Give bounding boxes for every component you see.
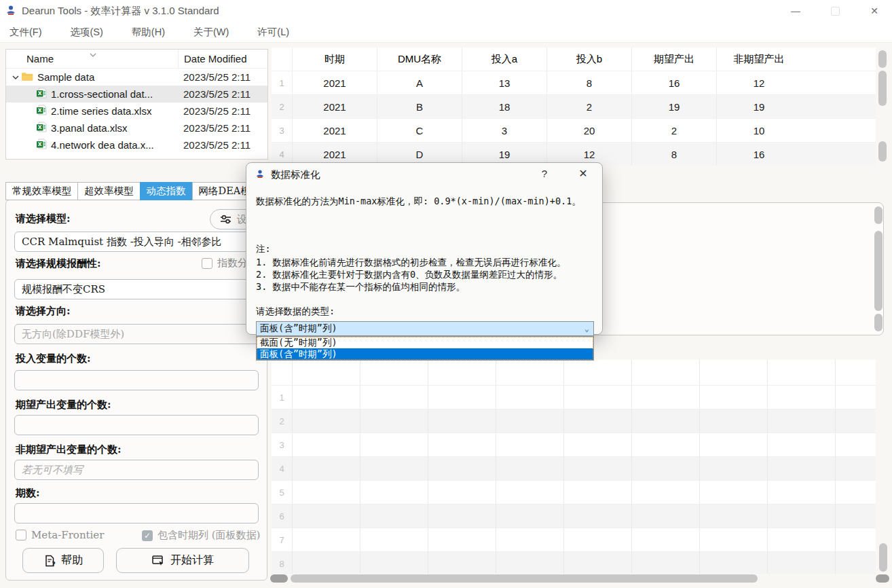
col-header[interactable]: 投入a [462,48,546,71]
model-form-panel: 请选择模型: 设置 CCR Malmquist 指数 -投入导向 -相邻参比 请… [5,200,267,581]
results-row: 8 [272,551,876,574]
tree-row-file[interactable]: X 4.network dea data.x... 2023/5/25 2:11 [6,136,267,153]
file-tree-panel: Name Date Modified Sample data 2023/5/25… [5,49,268,160]
excel-file-icon: X [36,139,47,151]
cell: 19 [716,95,801,118]
periods-label: 期数: [16,487,40,500]
maximize-button[interactable] [820,0,850,22]
data-table-scrollbar-thumb[interactable] [878,141,887,162]
meta-frontier-checkbox-row[interactable]: Meta-Frontier [16,529,104,541]
col-header[interactable]: DMU名称 [377,48,462,71]
log-scrollbar-thumb[interactable] [874,206,882,224]
excel-file-icon: X [36,122,47,134]
tree-row-file[interactable]: X 3.panal data.xlsx 2023/5/25 2:11 [6,120,267,136]
include-period-checkbox-row: ✓ 包含时期列 (面板数据) [142,529,260,542]
minimize-button[interactable]: — [781,0,811,22]
file-date: 2023/5/25 2:11 [178,105,267,117]
window-title: Dearun Tools - 效率计算器 v 3.1.0 Standard [22,5,219,18]
direction-combobox: 无方向(除DDF模型外) [14,324,259,344]
tab-super-efficiency[interactable]: 超效率模型 [77,182,141,200]
scrollbar-right-button[interactable] [876,574,889,583]
dropdown-option-cross-section[interactable]: 截面(无”时期”列) [257,337,593,348]
data-table: 时期 DMU名称 投入a 投入b 期望产出 非期望产出 1 2021 A 13 … [272,48,876,166]
log-scrollbar-thumb[interactable] [874,314,882,331]
data-table-scrollbar-thumb[interactable] [878,71,887,106]
cell: B [377,95,462,118]
data-standardization-dialog: 数据标准化 ? ✕ 数据标准化的方法为Min-max标准化，即: 0.9*(x-… [246,162,603,335]
data-type-combobox[interactable]: 面板(含”时期”列) ⌄ [256,321,594,336]
row-number: 1 [272,71,292,94]
menu-about[interactable]: 关于(W) [184,26,238,39]
tree-row-folder[interactable]: Sample data 2023/5/25 2:11 [6,69,267,86]
results-scrollbar-thumb[interactable] [879,543,887,572]
dialog-help-button[interactable]: ? [535,168,554,183]
file-date: 2023/5/25 2:11 [178,88,267,100]
scrollbar-thumb[interactable] [291,574,758,583]
sort-chevron-icon[interactable] [89,48,97,60]
file-tree-header: Name Date Modified [6,50,267,69]
col-header[interactable]: 非期望产出 [716,48,801,71]
tree-row-file[interactable]: X 2.time series data.xlsx 2023/5/25 2:11 [6,103,267,120]
cell: 2021 [292,119,377,142]
table-row[interactable]: 1 2021 A 13 8 16 12 [272,71,876,94]
column-header-date[interactable]: Date Modified [178,50,267,68]
dialog-note-1: 1. 数据标准化前请先进行数据格式的初步检查，检查无误后再进行标准化。 [256,257,565,269]
dialog-note-3: 3. 数据中不能存在某一个指标的值均相同的情形。 [256,281,465,293]
col-header[interactable]: 期望产出 [631,48,716,71]
menu-bar: 文件(F) 选项(S) 帮助(H) 关于(W) 许可(L) [0,22,892,42]
menu-license[interactable]: 许可(L) [248,26,299,39]
col-header[interactable]: 时期 [292,48,377,71]
scrollbar-left-button[interactable] [270,574,288,583]
dialog-app-icon [255,169,265,181]
undesired-output-field[interactable] [14,460,259,480]
cell: 2 [631,119,716,142]
file-date: 2023/5/25 2:11 [178,122,267,134]
row-number: 5 [272,481,292,504]
cell: 12 [716,71,801,94]
menu-help[interactable]: 帮助(H) [122,26,174,39]
table-row[interactable]: 2 2021 B 18 2 19 19 [272,94,876,118]
row-number: 8 [272,552,292,574]
folder-date: 2023/5/25 2:11 [178,71,267,83]
help-button[interactable]: ? 帮助 [22,548,104,573]
cell: 8 [546,71,631,94]
log-scrollbar-thumb[interactable] [874,231,882,311]
chevron-down-icon[interactable] [12,73,21,81]
menu-options[interactable]: 选项(S) [61,26,113,39]
cell: 16 [631,71,716,94]
svg-text:X: X [38,107,42,113]
tree-row-file[interactable]: X 1.cross-sectional dat... 2023/5/25 2:1… [6,86,267,103]
folder-icon [21,71,33,84]
start-calculation-button[interactable]: 开始计算 [116,548,249,573]
results-row: 5 [272,480,876,504]
file-name: 3.panal data.xlsx [51,122,128,134]
table-row[interactable]: 3 2021 C 3 20 2 10 [272,118,876,142]
meta-frontier-checkbox[interactable] [16,530,26,540]
results-row: 1 [272,385,876,409]
periods-field[interactable] [14,503,259,523]
index-decomp-checkbox[interactable] [202,258,212,269]
cell: 3 [462,119,546,142]
cell: 8 [631,143,716,166]
col-header[interactable]: 投入b [546,48,631,71]
cell: C [377,119,462,142]
dialog-close-button[interactable]: ✕ [572,167,594,183]
model-combobox[interactable]: CCR Malmquist 指数 -投入导向 -相邻参比 [14,232,259,252]
tab-dynamic-index[interactable]: 动态指数 [140,182,193,200]
tab-regular-efficiency[interactable]: 常规效率模型 [5,182,78,200]
file-name: 2.time series data.xlsx [51,105,151,117]
data-table-header-row: 时期 DMU名称 投入a 投入b 期望产出 非期望产出 [272,48,876,71]
close-button[interactable]: ✕ [859,0,889,22]
horizontal-scrollbar[interactable] [270,574,889,583]
desired-output-field[interactable] [14,415,259,435]
rts-combobox[interactable]: 规模报酬不变CRS [14,279,259,299]
data-type-dropdown-list: 截面(无”时期”列) 面板(含”时期”列) [256,336,594,361]
cell: A [377,71,462,94]
menu-file[interactable]: 文件(F) [0,26,52,39]
dropdown-option-panel[interactable]: 面板(含”时期”列) [257,348,593,360]
data-table-scrollbar-thumb[interactable] [878,50,887,68]
input-count-field[interactable] [14,370,259,390]
row-number: 1 [272,386,292,409]
include-period-label: 包含时期列 (面板数据) [157,529,260,542]
results-row: 3 [272,433,876,456]
